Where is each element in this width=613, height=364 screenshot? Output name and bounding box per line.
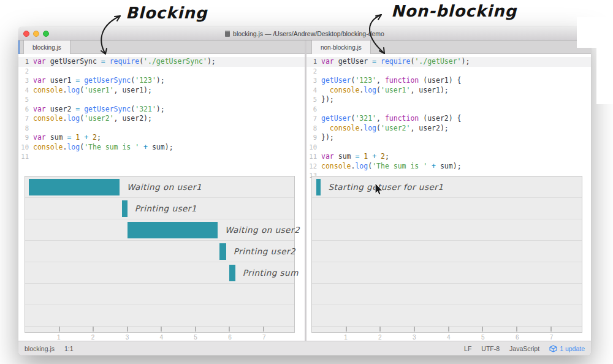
- code-line[interactable]: 10console.log('The sum is ' + sum);: [18, 143, 305, 153]
- code-line[interactable]: 10: [306, 143, 591, 153]
- code-line[interactable]: 6: [306, 105, 591, 115]
- axis-tick: [516, 327, 517, 332]
- package-icon: [549, 345, 557, 352]
- line-number: 4: [306, 86, 321, 96]
- code-text: var sum = 1 + 2;: [33, 133, 101, 143]
- screenshot-stage: Blocking Non-blocking blocking.js — /Use…: [0, 0, 613, 364]
- line-number: 2: [18, 67, 33, 77]
- timeline-chart-non-blocking: Starting getuser for user11234567: [311, 176, 582, 341]
- axis-tick: [93, 327, 94, 332]
- code-line[interactable]: 7getUser('321', function (user2) {: [306, 114, 591, 124]
- editor-non-blocking[interactable]: 1var getUser = require('./getUser');23ge…: [306, 54, 591, 341]
- timeline-row: [312, 262, 582, 284]
- axis-tick: [263, 327, 264, 332]
- tab-label: blocking.js: [32, 44, 61, 51]
- status-cursor-position[interactable]: 1:1: [64, 345, 74, 352]
- axis-tick: [346, 327, 347, 332]
- axis-tick: [414, 327, 415, 332]
- status-bar: blocking.js 1:1 LF UTF-8 JavaScript 1 up…: [18, 341, 591, 355]
- line-number: 8: [18, 124, 33, 134]
- status-line-ending[interactable]: LF: [464, 345, 471, 352]
- line-number: 10: [306, 143, 321, 153]
- status-language[interactable]: JavaScript: [509, 345, 539, 352]
- axis-tick: [195, 327, 196, 332]
- timeline-bar-label: Printing user1: [135, 198, 197, 219]
- minimize-button[interactable]: [33, 31, 39, 37]
- tab-bar-left: blocking.js: [18, 40, 305, 54]
- code-line[interactable]: 11var sum = 1 + 2;: [306, 152, 591, 162]
- code-text: var getUserSync = require('./getUserSync…: [33, 57, 216, 67]
- line-number: 11: [306, 152, 321, 162]
- timeline-row: [25, 305, 294, 327]
- timeline-bar-label: Printing user2: [234, 241, 295, 262]
- line-number: 9: [18, 133, 33, 143]
- timeline-row: [312, 284, 582, 305]
- code-line[interactable]: 7console.log('user2', user2);: [18, 114, 305, 124]
- code-line[interactable]: 5: [18, 95, 305, 105]
- timeline-row: [312, 241, 582, 262]
- axis-tick-label: 6: [516, 334, 519, 341]
- code-text: getUser('123', function (user1) {: [321, 76, 462, 86]
- code-line[interactable]: 2: [18, 67, 305, 77]
- code-line[interactable]: 3getUser('123', function (user1) {: [306, 76, 591, 86]
- timeline-row: Waiting on user1: [25, 176, 294, 198]
- tab-non-blocking-js[interactable]: non-blocking.js: [311, 40, 371, 54]
- line-number: 5: [306, 95, 321, 105]
- line-number: 3: [306, 76, 321, 86]
- code-area: 1var getUser = require('./getUser');23ge…: [306, 54, 591, 181]
- zoom-button[interactable]: [43, 31, 49, 37]
- axis-tick: [229, 327, 230, 332]
- timeline-frame: Starting getuser for user1: [311, 176, 582, 333]
- code-line[interactable]: 12console.log('The sum is ' + sum);: [306, 162, 591, 172]
- code-line[interactable]: 9});: [306, 133, 591, 143]
- axis-tick: [379, 327, 381, 332]
- line-number: 1: [18, 57, 33, 67]
- code-line[interactable]: 8 console.log('user2', user2);: [306, 124, 591, 134]
- line-number: 6: [18, 105, 33, 115]
- window-title-text: blocking.js — /Users/Andrew/Desktop/bloc…: [233, 30, 384, 37]
- code-line[interactable]: 8: [18, 124, 305, 134]
- timeline-bar: [316, 179, 321, 195]
- axis-tick-label: 5: [194, 334, 197, 341]
- line-number: 3: [18, 76, 33, 86]
- axis-tick-label: 4: [447, 334, 451, 341]
- line-number: 6: [306, 105, 321, 115]
- line-number: 7: [18, 114, 33, 124]
- axis-tick: [161, 327, 162, 332]
- code-line[interactable]: 4console.log('user1', user1);: [18, 86, 305, 96]
- axis-tick: [448, 327, 449, 332]
- tab-blocking-js[interactable]: blocking.js: [23, 40, 70, 54]
- code-line[interactable]: 3var user1 = getUserSync('123');: [18, 76, 305, 86]
- timeline-row: [312, 198, 582, 219]
- timeline-bar-label: Starting getuser for user1: [328, 176, 443, 198]
- timeline-row: Starting getuser for user1: [312, 176, 582, 198]
- status-encoding[interactable]: UTF-8: [481, 345, 500, 352]
- code-text: var user2 = getUserSync('321');: [33, 105, 165, 115]
- code-text: console.log('user2', user2);: [321, 124, 449, 134]
- code-line[interactable]: 2: [306, 67, 591, 77]
- code-line[interactable]: 1var getUser = require('./getUser');: [306, 57, 591, 67]
- status-file-name: blocking.js: [25, 345, 55, 352]
- update-label: 1 update: [560, 345, 585, 352]
- timeline-bar: [229, 265, 235, 281]
- timeline-row: [312, 219, 582, 241]
- line-number: 11: [18, 152, 33, 162]
- timeline-row: Printing sum: [25, 262, 294, 284]
- update-notification[interactable]: 1 update: [549, 345, 585, 352]
- tab-label: non-blocking.js: [321, 44, 362, 51]
- timeline-row: Printing user2: [25, 241, 294, 262]
- code-line[interactable]: 6var user2 = getUserSync('321');: [18, 105, 305, 115]
- code-line[interactable]: 11: [18, 152, 305, 162]
- annotation-non-blocking: Non-blocking: [391, 2, 517, 20]
- timeline-bar: [219, 243, 226, 260]
- line-number: 2: [306, 67, 321, 77]
- code-line[interactable]: 5});: [306, 95, 591, 105]
- axis-tick-label: 2: [91, 334, 95, 341]
- traffic-lights: [23, 31, 49, 37]
- timeline-chart-blocking: Waiting on user1Printing user1Waiting on…: [25, 176, 295, 341]
- code-line[interactable]: 1var getUserSync = require('./getUserSyn…: [18, 57, 305, 67]
- code-line[interactable]: 4 console.log('user1', user1);: [306, 86, 591, 96]
- code-line[interactable]: 9var sum = 1 + 2;: [18, 133, 305, 143]
- close-button[interactable]: [23, 31, 29, 37]
- editor-blocking[interactable]: 1var getUserSync = require('./getUserSyn…: [18, 54, 305, 341]
